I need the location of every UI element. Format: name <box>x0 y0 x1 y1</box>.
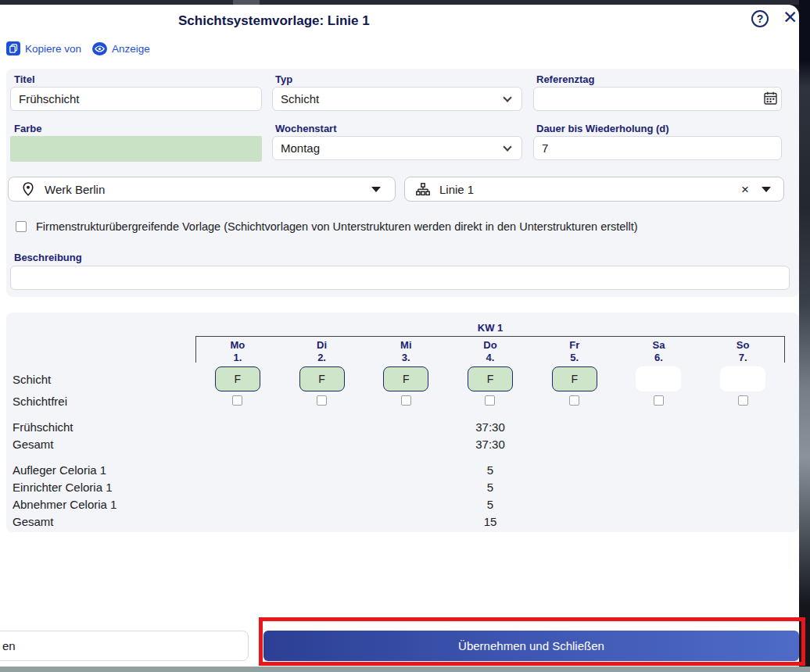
day-name: Mi <box>364 339 448 351</box>
wochenstart-label: Wochenstart <box>275 123 337 134</box>
dauer-input[interactable] <box>533 136 782 160</box>
referenztag-label: Referenztag <box>536 73 594 85</box>
structure-dropdown[interactable]: Werk Berlin <box>8 177 396 202</box>
day-date: 7. <box>701 352 785 363</box>
dauer-label: Dauer bis Wiederholung (d) <box>536 123 669 134</box>
background-bottom-strip <box>0 667 810 672</box>
shift-row: F F F F F <box>195 366 785 391</box>
structure-dropdown-value: Werk Berlin <box>45 183 105 196</box>
screen: Schichtsystemvorlage: Linie 1 ? ✕ Kopier… <box>0 0 810 672</box>
day-name: Do <box>448 339 532 351</box>
background-right-strip <box>799 0 810 672</box>
schichtfrei-row-label: Schichtfrei <box>13 395 67 408</box>
day-name: Di <box>280 339 364 351</box>
substructure-dropdown[interactable]: Linie 1 × <box>404 177 784 202</box>
titel-input[interactable] <box>10 87 262 111</box>
beschreibung-label: Beschreibung <box>14 252 82 263</box>
wochenstart-select-value: Montag <box>281 141 320 155</box>
beschreibung-input[interactable] <box>10 266 790 290</box>
farbe-label: Farbe <box>14 123 41 134</box>
sitemap-icon <box>416 183 430 196</box>
copy-icon <box>6 41 20 55</box>
day-date: 6. <box>617 352 701 363</box>
schichtfrei-checkbox-so[interactable] <box>738 395 748 406</box>
clear-icon[interactable]: × <box>741 183 749 196</box>
toolbar: Kopiere von Anzeige <box>6 41 150 55</box>
day-name: Mo <box>195 339 280 351</box>
schicht-row-label: Schicht <box>13 373 51 386</box>
staffing-row-label: Abnehmer Celoria 1 <box>13 498 116 511</box>
shift-cell-mo[interactable]: F <box>215 366 260 391</box>
day-date: 1. <box>195 352 280 363</box>
chevron-down-icon <box>503 93 511 102</box>
calendar-icon[interactable] <box>764 91 777 108</box>
shift-cell-fr[interactable]: F <box>552 366 597 391</box>
help-icon[interactable]: ? <box>751 10 769 27</box>
wochenstart-select[interactable]: Montag <box>272 136 522 160</box>
schichtfrei-checkbox-sa[interactable] <box>654 395 664 406</box>
copy-from-label: Kopiere von <box>25 43 81 55</box>
day-name: So <box>701 339 785 351</box>
hours-total-value: 37:30 <box>448 438 532 451</box>
close-icon[interactable]: ✕ <box>783 7 797 28</box>
shift-cell-so[interactable] <box>720 366 765 391</box>
hours-total-label: Gesamt <box>13 438 54 451</box>
substructure-dropdown-value: Linie 1 <box>439 183 474 196</box>
day-name-row: Mo Di Mi Do Fr Sa So <box>195 339 785 351</box>
schichtfrei-checkbox-do[interactable] <box>485 395 495 406</box>
hours-row-value: 37:30 <box>448 420 532 434</box>
day-name: Sa <box>617 339 701 351</box>
day-date: 5. <box>532 352 617 363</box>
day-name: Fr <box>532 339 617 351</box>
chevron-down-icon <box>503 142 511 151</box>
shift-cell-mi[interactable]: F <box>383 366 428 391</box>
display-button[interactable]: Anzeige <box>92 42 150 55</box>
typ-label: Typ <box>275 73 292 85</box>
eye-icon <box>92 42 107 55</box>
hours-row-label: Frühschicht <box>13 420 73 434</box>
schichtfrei-checkbox-di[interactable] <box>317 395 327 406</box>
schichtfrei-checkbox-mo[interactable] <box>232 395 242 406</box>
day-date: 4. <box>448 352 532 363</box>
staffing-row-value: 5 <box>448 481 532 494</box>
staffing-total-value: 15 <box>448 515 532 528</box>
display-label: Anzeige <box>112 43 150 55</box>
typ-select-value: Schicht <box>281 92 319 105</box>
referenztag-input[interactable] <box>533 87 782 111</box>
titel-label: Titel <box>14 73 35 85</box>
location-pin-icon <box>23 182 34 196</box>
dialog-title: Schichtsystemvorlage: Linie 1 <box>178 13 370 29</box>
typ-select[interactable]: Schicht <box>272 87 522 111</box>
dropdown-arrow-icon <box>371 187 381 192</box>
schichtfrei-row <box>195 395 785 406</box>
farbe-swatch[interactable] <box>10 136 262 162</box>
staffing-row-label: Aufleger Celoria 1 <box>13 463 106 477</box>
apply-and-close-button[interactable]: Übernehmen und Schließen <box>263 631 799 661</box>
company-structure-checkbox[interactable] <box>16 221 27 232</box>
copy-from-button[interactable]: Kopiere von <box>6 41 81 55</box>
day-date-row: 1. 2. 3. 4. 5. 6. 7. <box>195 352 785 363</box>
dropdown-arrow-icon <box>762 187 771 192</box>
shift-cell-di[interactable]: F <box>299 366 345 391</box>
staffing-total-label: Gesamt <box>13 515 54 528</box>
shift-cell-do[interactable]: F <box>468 366 513 391</box>
day-date: 3. <box>364 352 448 363</box>
schichtfrei-checkbox-mi[interactable] <box>401 395 411 406</box>
week-label: KW 1 <box>195 322 785 334</box>
staffing-row-label: Einrichter Celoria 1 <box>13 481 113 494</box>
secondary-button-partial[interactable]: en <box>0 631 249 661</box>
help-glyph: ? <box>757 13 764 25</box>
schichtfrei-checkbox-fr[interactable] <box>569 395 579 406</box>
staffing-row-value: 5 <box>448 498 532 511</box>
staffing-row-value: 5 <box>448 463 532 477</box>
day-date: 2. <box>280 352 364 363</box>
secondary-button-label-fragment: en <box>2 639 16 652</box>
company-structure-checkbox-label: Firmenstrukturübergreifende Vorlage (Sch… <box>36 220 638 233</box>
shift-cell-sa[interactable] <box>636 366 681 391</box>
